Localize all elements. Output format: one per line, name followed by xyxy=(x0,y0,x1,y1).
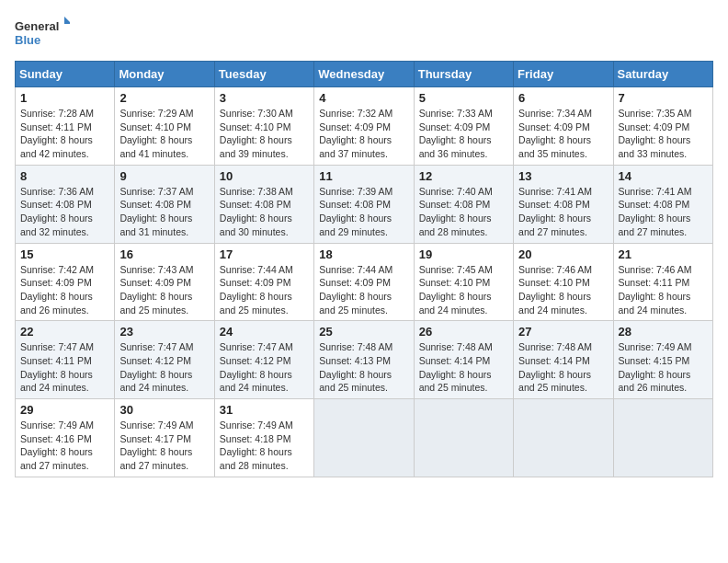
calendar-cell: 12Sunrise: 7:40 AMSunset: 4:08 PMDayligh… xyxy=(414,165,513,243)
calendar-cell: 2Sunrise: 7:29 AMSunset: 4:10 PMDaylight… xyxy=(115,87,214,166)
calendar-cell: 4Sunrise: 7:32 AMSunset: 4:09 PMDaylight… xyxy=(314,87,414,166)
calendar-cell: 16Sunrise: 7:43 AMSunset: 4:09 PMDayligh… xyxy=(115,243,214,321)
day-number: 22 xyxy=(20,325,109,339)
calendar-week-row: 1Sunrise: 7:28 AMSunset: 4:11 PMDaylight… xyxy=(16,87,713,166)
calendar-cell: 24Sunrise: 7:47 AMSunset: 4:12 PMDayligh… xyxy=(214,321,313,399)
calendar-cell: 1Sunrise: 7:28 AMSunset: 4:11 PMDaylight… xyxy=(16,87,115,166)
day-number: 13 xyxy=(518,169,608,183)
calendar-cell: 18Sunrise: 7:44 AMSunset: 4:09 PMDayligh… xyxy=(314,243,414,321)
weekday-header: Thursday xyxy=(414,62,513,87)
day-info: Sunrise: 7:34 AMSunset: 4:09 PMDaylight:… xyxy=(518,107,608,161)
day-info: Sunrise: 7:37 AMSunset: 4:08 PMDaylight:… xyxy=(119,185,209,239)
day-number: 31 xyxy=(220,403,309,417)
day-number: 18 xyxy=(319,247,408,261)
day-number: 4 xyxy=(319,91,408,105)
day-info: Sunrise: 7:47 AMSunset: 4:12 PMDaylight:… xyxy=(220,340,309,395)
day-number: 27 xyxy=(518,325,608,339)
calendar-cell xyxy=(314,399,414,477)
day-number: 16 xyxy=(119,247,209,261)
day-number: 10 xyxy=(220,169,309,183)
day-number: 24 xyxy=(220,325,309,339)
calendar-cell: 21Sunrise: 7:46 AMSunset: 4:11 PMDayligh… xyxy=(613,243,712,321)
day-number: 5 xyxy=(419,91,508,105)
calendar-cell xyxy=(414,399,513,477)
day-info: Sunrise: 7:35 AMSunset: 4:09 PMDaylight:… xyxy=(619,107,708,161)
weekday-header: Tuesday xyxy=(214,62,313,87)
day-number: 17 xyxy=(220,247,309,261)
calendar-cell: 13Sunrise: 7:41 AMSunset: 4:08 PMDayligh… xyxy=(514,165,613,243)
day-info: Sunrise: 7:39 AMSunset: 4:08 PMDaylight:… xyxy=(319,185,408,239)
weekday-header: Saturday xyxy=(613,62,712,87)
calendar-cell: 6Sunrise: 7:34 AMSunset: 4:09 PMDaylight… xyxy=(514,87,613,166)
day-info: Sunrise: 7:28 AMSunset: 4:11 PMDaylight:… xyxy=(20,107,109,161)
calendar-cell: 20Sunrise: 7:46 AMSunset: 4:10 PMDayligh… xyxy=(514,243,613,321)
day-info: Sunrise: 7:29 AMSunset: 4:10 PMDaylight:… xyxy=(119,107,209,161)
day-number: 14 xyxy=(619,169,708,183)
day-number: 11 xyxy=(319,169,408,183)
day-info: Sunrise: 7:47 AMSunset: 4:12 PMDaylight:… xyxy=(119,340,209,395)
day-number: 1 xyxy=(20,91,109,105)
day-info: Sunrise: 7:49 AMSunset: 4:18 PMDaylight:… xyxy=(220,419,309,473)
calendar-cell: 15Sunrise: 7:42 AMSunset: 4:09 PMDayligh… xyxy=(16,243,115,321)
page-header: General Blue xyxy=(15,15,713,52)
svg-text:Blue: Blue xyxy=(15,33,40,47)
day-info: Sunrise: 7:32 AMSunset: 4:09 PMDaylight:… xyxy=(319,107,408,161)
day-number: 15 xyxy=(20,247,109,261)
day-info: Sunrise: 7:49 AMSunset: 4:17 PMDaylight:… xyxy=(119,419,209,473)
day-number: 3 xyxy=(220,91,309,105)
calendar-cell: 27Sunrise: 7:48 AMSunset: 4:14 PMDayligh… xyxy=(514,321,613,399)
calendar-table: SundayMondayTuesdayWednesdayThursdayFrid… xyxy=(15,61,713,477)
day-number: 19 xyxy=(419,247,508,261)
calendar-header-row: SundayMondayTuesdayWednesdayThursdayFrid… xyxy=(16,62,713,87)
calendar-cell: 9Sunrise: 7:37 AMSunset: 4:08 PMDaylight… xyxy=(115,165,214,243)
calendar-cell: 14Sunrise: 7:41 AMSunset: 4:08 PMDayligh… xyxy=(613,165,712,243)
day-number: 25 xyxy=(319,325,408,339)
day-number: 29 xyxy=(20,403,109,417)
day-info: Sunrise: 7:46 AMSunset: 4:11 PMDaylight:… xyxy=(619,263,708,317)
calendar-week-row: 22Sunrise: 7:47 AMSunset: 4:11 PMDayligh… xyxy=(16,321,713,399)
day-info: Sunrise: 7:40 AMSunset: 4:08 PMDaylight:… xyxy=(419,185,508,239)
svg-text:General: General xyxy=(15,19,59,33)
day-info: Sunrise: 7:43 AMSunset: 4:09 PMDaylight:… xyxy=(119,263,209,317)
day-number: 23 xyxy=(119,325,209,339)
day-number: 26 xyxy=(419,325,508,339)
day-info: Sunrise: 7:48 AMSunset: 4:14 PMDaylight:… xyxy=(419,340,508,395)
logo: General Blue xyxy=(15,15,70,52)
day-info: Sunrise: 7:41 AMSunset: 4:08 PMDaylight:… xyxy=(518,185,608,239)
calendar-cell: 29Sunrise: 7:49 AMSunset: 4:16 PMDayligh… xyxy=(16,399,115,477)
day-info: Sunrise: 7:44 AMSunset: 4:09 PMDaylight:… xyxy=(220,263,309,317)
day-number: 21 xyxy=(619,247,708,261)
weekday-header: Wednesday xyxy=(314,62,414,87)
calendar-week-row: 8Sunrise: 7:36 AMSunset: 4:08 PMDaylight… xyxy=(16,165,713,243)
calendar-cell: 23Sunrise: 7:47 AMSunset: 4:12 PMDayligh… xyxy=(115,321,214,399)
day-number: 7 xyxy=(619,91,708,105)
weekday-header: Friday xyxy=(514,62,613,87)
calendar-cell: 10Sunrise: 7:38 AMSunset: 4:08 PMDayligh… xyxy=(214,165,313,243)
day-number: 9 xyxy=(119,169,209,183)
logo-svg: General Blue xyxy=(15,15,70,52)
calendar-cell: 30Sunrise: 7:49 AMSunset: 4:17 PMDayligh… xyxy=(115,399,214,477)
day-info: Sunrise: 7:45 AMSunset: 4:10 PMDaylight:… xyxy=(419,263,508,317)
day-info: Sunrise: 7:30 AMSunset: 4:10 PMDaylight:… xyxy=(220,107,309,161)
calendar-cell: 7Sunrise: 7:35 AMSunset: 4:09 PMDaylight… xyxy=(613,87,712,166)
day-number: 2 xyxy=(119,91,209,105)
calendar-cell: 26Sunrise: 7:48 AMSunset: 4:14 PMDayligh… xyxy=(414,321,513,399)
day-info: Sunrise: 7:49 AMSunset: 4:16 PMDaylight:… xyxy=(20,419,109,473)
calendar-body: 1Sunrise: 7:28 AMSunset: 4:11 PMDaylight… xyxy=(16,87,713,477)
day-number: 30 xyxy=(119,403,209,417)
day-info: Sunrise: 7:48 AMSunset: 4:14 PMDaylight:… xyxy=(518,340,608,395)
day-info: Sunrise: 7:36 AMSunset: 4:08 PMDaylight:… xyxy=(20,185,109,239)
calendar-cell xyxy=(514,399,613,477)
day-info: Sunrise: 7:47 AMSunset: 4:11 PMDaylight:… xyxy=(20,340,109,395)
calendar-cell: 8Sunrise: 7:36 AMSunset: 4:08 PMDaylight… xyxy=(16,165,115,243)
day-info: Sunrise: 7:44 AMSunset: 4:09 PMDaylight:… xyxy=(319,263,408,317)
calendar-cell: 11Sunrise: 7:39 AMSunset: 4:08 PMDayligh… xyxy=(314,165,414,243)
calendar-week-row: 15Sunrise: 7:42 AMSunset: 4:09 PMDayligh… xyxy=(16,243,713,321)
svg-marker-2 xyxy=(64,17,70,24)
day-info: Sunrise: 7:48 AMSunset: 4:13 PMDaylight:… xyxy=(319,340,408,395)
calendar-cell: 3Sunrise: 7:30 AMSunset: 4:10 PMDaylight… xyxy=(214,87,313,166)
day-number: 12 xyxy=(419,169,508,183)
calendar-cell: 31Sunrise: 7:49 AMSunset: 4:18 PMDayligh… xyxy=(214,399,313,477)
calendar-cell: 19Sunrise: 7:45 AMSunset: 4:10 PMDayligh… xyxy=(414,243,513,321)
calendar-cell: 25Sunrise: 7:48 AMSunset: 4:13 PMDayligh… xyxy=(314,321,414,399)
